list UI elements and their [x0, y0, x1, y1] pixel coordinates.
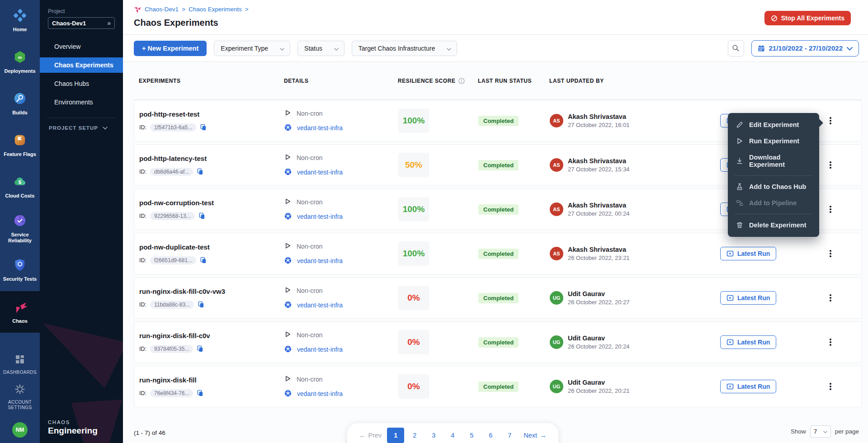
stop-all-experiments-button[interactable]: Stop All Experiments — [764, 11, 851, 25]
infrastructure-link[interactable]: vedant-test-infra — [297, 302, 343, 309]
infrastructure-link[interactable]: vedant-test-infra — [297, 124, 343, 132]
experiment-name[interactable]: run-nginx-disk-fill-c0v-vw3 — [139, 287, 284, 295]
page-button-3[interactable]: 3 — [425, 428, 442, 443]
copy-icon[interactable] — [197, 168, 203, 175]
copy-icon[interactable] — [200, 124, 207, 131]
experiment-type-filter[interactable]: Experiment Type — [214, 41, 290, 56]
info-icon[interactable] — [458, 78, 465, 84]
pagination-bar: (1 - 7) of 46 ←Prev 1 2 3 4 5 6 7 Next→ … — [123, 418, 868, 443]
latest-run-button[interactable]: Latest Run — [720, 380, 776, 393]
kubernetes-icon — [284, 124, 292, 132]
target-infrastructure-filter[interactable]: Target Chaos Infrastructure — [352, 41, 458, 56]
breadcrumb-page-link[interactable]: Chaos Experiments — [189, 6, 242, 13]
chaos-icon — [13, 299, 27, 316]
latest-run-button[interactable]: Latest Run — [720, 335, 776, 349]
service-reliability-icon — [13, 214, 27, 229]
status-badge: Completed — [478, 293, 519, 303]
expand-project-icon[interactable]: » — [107, 19, 111, 27]
breadcrumb-project-link[interactable]: Chaos-Dev1 — [145, 6, 179, 13]
arrow-left-icon: ← — [359, 432, 366, 439]
sidebar-item-deployments[interactable]: ∞ Deployments — [0, 42, 40, 83]
updated-by-date: 26 October 2022, 23:21 — [568, 254, 630, 261]
experiment-name[interactable]: pod-http-latency-test — [139, 155, 284, 162]
copy-icon[interactable] — [197, 345, 203, 352]
avatar: UG — [550, 291, 563, 305]
sidebar-item-account-settings[interactable]: ACCOUNT SETTINGS — [0, 381, 40, 413]
sidebar-item-security-tests[interactable]: Security Tests — [0, 250, 40, 291]
project-selector[interactable]: Chaos-Dev1 » — [48, 17, 115, 29]
updated-by-date: 26 October 2022, 20:24 — [568, 343, 630, 350]
sidebar-item-environments[interactable]: Environments — [40, 94, 123, 110]
sidebar-item-builds[interactable]: Builds — [0, 83, 40, 125]
cloud-costs-icon: $ — [13, 175, 27, 190]
table-row: run-nginx-disk-fill-c0v-vw3 ID: 11bda88c… — [134, 277, 862, 319]
sidebar-item-overview[interactable]: Overview — [40, 39, 123, 54]
infrastructure-link[interactable]: vedant-test-infra — [297, 169, 343, 176]
row-menu-button[interactable] — [825, 247, 836, 260]
row-menu-button[interactable] — [825, 380, 836, 393]
user-avatar[interactable]: NM — [12, 422, 28, 438]
experiment-id: 76e8f434-76... — [150, 389, 193, 397]
latest-run-button[interactable]: Latest Run — [720, 247, 776, 260]
latest-run-button[interactable]: Latest Run — [720, 291, 776, 305]
sidebar-item-service-reliability[interactable]: Service Reliability — [0, 208, 40, 250]
infrastructure-link[interactable]: vedant-test-infra — [297, 213, 343, 220]
infrastructure-link[interactable]: vedant-test-infra — [297, 346, 343, 353]
row-menu-button[interactable] — [825, 292, 836, 304]
sidebar-item-chaos-experiments[interactable]: Chaos Experiments — [40, 57, 123, 73]
avatar: AS — [550, 114, 563, 127]
row-menu-button[interactable] — [825, 336, 836, 349]
menu-divider — [734, 214, 813, 214]
experiment-name[interactable]: pod-nw-corruption-test — [139, 199, 284, 207]
page-button-4[interactable]: 4 — [444, 428, 461, 443]
page-button-6[interactable]: 6 — [482, 428, 499, 443]
page-button-5[interactable]: 5 — [463, 428, 480, 443]
sidebar-item-feature-flags[interactable]: Feature Flags — [0, 125, 40, 166]
menu-item-delete-experiment[interactable]: Delete Experiment — [728, 217, 819, 233]
infrastructure-link[interactable]: vedant-test-infra — [297, 390, 343, 397]
menu-item-download-experiment[interactable]: Download Experiment — [728, 149, 819, 173]
status-filter[interactable]: Status — [297, 41, 344, 56]
experiment-name[interactable]: run-nginx-disk-fill — [139, 376, 284, 384]
experiment-name[interactable]: run-nginx-disk-fill-c0v — [139, 332, 284, 339]
breadcrumb: Chaos-Dev1 > Chaos Experiments > — [134, 5, 857, 13]
prev-page-button[interactable]: ←Prev — [355, 428, 385, 443]
experiment-name[interactable]: pod-http-reset-test — [139, 110, 284, 118]
infrastructure-link[interactable]: vedant-test-infra — [297, 257, 343, 264]
row-menu-button[interactable] — [825, 203, 836, 216]
copy-icon[interactable] — [198, 301, 204, 308]
date-range-picker[interactable]: 21/10/2022 - 27/10/2022 — [751, 40, 859, 57]
page-button-1[interactable]: 1 — [387, 428, 404, 443]
copy-icon[interactable] — [200, 257, 207, 264]
menu-item-add-to-pipeline[interactable]: Add to Pipeline — [728, 195, 819, 211]
search-button[interactable] — [728, 40, 744, 57]
latest-run-icon — [726, 250, 734, 257]
row-menu-button[interactable] — [825, 114, 836, 127]
id-label: ID: — [139, 124, 146, 131]
sidebar-item-chaos[interactable]: Chaos — [0, 291, 40, 333]
resilience-score: 0% — [407, 293, 420, 303]
sidebar-item-home[interactable]: Home — [0, 0, 40, 42]
cron-play-icon — [284, 198, 291, 206]
row-menu-button[interactable] — [825, 159, 836, 171]
sidebar-item-dashboards[interactable]: DASHBOARDS — [0, 348, 40, 381]
project-sidebar: Project Chaos-Dev1 » Overview Chaos Expe… — [40, 0, 123, 443]
menu-item-run-experiment[interactable]: Run Experiment — [728, 133, 819, 149]
schedule-type: Non-cron — [297, 331, 323, 339]
sidebar-item-chaos-hubs[interactable]: Chaos Hubs — [40, 76, 123, 91]
sidebar-menu: Overview Chaos Experiments Chaos Hubs En… — [40, 39, 123, 113]
per-page-select[interactable]: 7 — [810, 425, 831, 438]
chaos-hub-icon — [736, 183, 743, 190]
project-setup-toggle[interactable]: PROJECT SETUP — [40, 125, 123, 131]
copy-icon[interactable] — [198, 212, 205, 219]
copy-icon[interactable] — [197, 390, 203, 396]
menu-item-edit-experiment[interactable]: Edit Experiment — [728, 117, 819, 133]
experiment-name[interactable]: pod-nw-duplicate-test — [139, 243, 284, 251]
new-experiment-button[interactable]: + New Experiment — [134, 41, 207, 56]
menu-item-add-to-chaos-hub[interactable]: Add to Chaos Hub — [728, 179, 819, 195]
latest-run-icon — [726, 294, 734, 302]
page-button-7[interactable]: 7 — [501, 428, 518, 443]
page-button-2[interactable]: 2 — [406, 428, 423, 443]
next-page-button[interactable]: Next→ — [520, 428, 550, 443]
sidebar-item-cloud-costs[interactable]: $ Cloud Costs — [0, 166, 40, 208]
